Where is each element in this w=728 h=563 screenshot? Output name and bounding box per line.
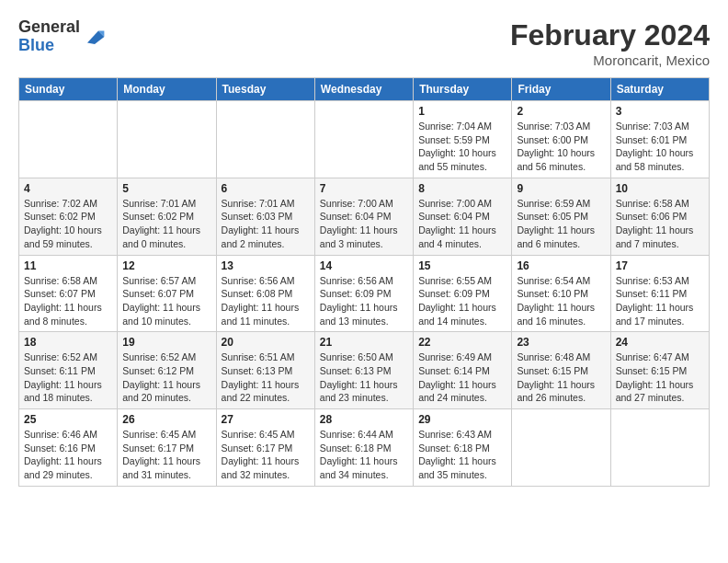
day-info: Sunrise: 6:46 AMSunset: 6:16 PMDaylight:… [24,428,112,482]
day-number: 29 [418,413,506,426]
day-cell: 4Sunrise: 7:02 AMSunset: 6:02 PMDaylight… [19,178,118,255]
day-info: Sunrise: 7:02 AMSunset: 6:02 PMDaylight:… [24,197,112,251]
day-cell: 19Sunrise: 6:52 AMSunset: 6:12 PMDayligh… [118,332,216,409]
day-info: Sunrise: 7:03 AMSunset: 6:00 PMDaylight:… [517,120,605,174]
day-info: Sunrise: 7:04 AMSunset: 5:59 PMDaylight:… [418,120,506,174]
day-cell: 25Sunrise: 6:46 AMSunset: 6:16 PMDayligh… [19,409,118,487]
day-info: Sunrise: 6:52 AMSunset: 6:11 PMDaylight:… [24,350,112,405]
col-sunday: Sunday [19,78,118,101]
day-info: Sunrise: 6:59 AMSunset: 6:05 PMDaylight:… [517,197,605,251]
day-number: 9 [517,182,605,195]
day-cell [314,101,413,178]
title-block: February 2024 Moroncarit, Mexico [510,18,710,68]
day-number: 26 [122,413,210,426]
day-info: Sunrise: 6:52 AMSunset: 6:12 PMDaylight:… [122,350,210,405]
day-cell: 22Sunrise: 6:49 AMSunset: 6:14 PMDayligh… [414,332,512,409]
col-monday: Monday [118,78,216,101]
day-number: 12 [122,259,210,272]
day-info: Sunrise: 6:48 AMSunset: 6:15 PMDaylight:… [517,350,605,405]
day-number: 22 [418,336,506,349]
day-cell: 8Sunrise: 7:00 AMSunset: 6:04 PMDaylight… [414,178,512,255]
day-cell: 14Sunrise: 6:56 AMSunset: 6:09 PMDayligh… [314,255,413,332]
day-number: 24 [616,336,704,349]
col-friday: Friday [512,78,610,101]
day-cell: 1Sunrise: 7:04 AMSunset: 5:59 PMDaylight… [414,101,512,178]
day-cell: 15Sunrise: 6:55 AMSunset: 6:09 PMDayligh… [414,255,512,332]
day-number: 3 [616,105,704,118]
day-cell: 3Sunrise: 7:03 AMSunset: 6:01 PMDaylight… [610,101,709,178]
page-header: General Blue February 2024 Moroncarit, M… [18,18,710,68]
day-info: Sunrise: 6:50 AMSunset: 6:13 PMDaylight:… [320,350,408,405]
day-number: 14 [320,259,408,272]
day-cell: 24Sunrise: 6:47 AMSunset: 6:15 PMDayligh… [610,332,709,409]
day-info: Sunrise: 6:54 AMSunset: 6:10 PMDaylight:… [517,274,605,328]
week-row-5: 25Sunrise: 6:46 AMSunset: 6:16 PMDayligh… [19,409,710,487]
week-row-2: 4Sunrise: 7:02 AMSunset: 6:02 PMDaylight… [19,178,710,255]
day-number: 7 [320,182,408,195]
day-number: 20 [222,336,310,349]
calendar-table: Sunday Monday Tuesday Wednesday Thursday… [18,77,710,487]
day-number: 27 [222,413,310,426]
day-info: Sunrise: 6:53 AMSunset: 6:11 PMDaylight:… [616,274,704,328]
day-cell: 12Sunrise: 6:57 AMSunset: 6:07 PMDayligh… [118,255,216,332]
day-number: 21 [320,336,408,349]
day-cell [19,101,118,178]
day-number: 8 [418,182,506,195]
month-year-title: February 2024 [510,18,710,52]
day-cell: 9Sunrise: 6:59 AMSunset: 6:05 PMDaylight… [512,178,610,255]
day-cell: 16Sunrise: 6:54 AMSunset: 6:10 PMDayligh… [512,255,610,332]
day-cell: 29Sunrise: 6:43 AMSunset: 6:18 PMDayligh… [414,409,512,487]
day-cell [610,409,709,487]
week-row-1: 1Sunrise: 7:04 AMSunset: 5:59 PMDaylight… [19,101,710,178]
day-cell: 2Sunrise: 7:03 AMSunset: 6:00 PMDaylight… [512,101,610,178]
day-number: 13 [222,259,310,272]
day-cell [512,409,610,487]
day-info: Sunrise: 7:00 AMSunset: 6:04 PMDaylight:… [320,197,408,251]
logo: General Blue [18,18,106,55]
day-number: 6 [222,182,310,195]
logo-blue: Blue [18,37,80,55]
col-thursday: Thursday [414,78,512,101]
week-row-4: 18Sunrise: 6:52 AMSunset: 6:11 PMDayligh… [19,332,710,409]
day-cell: 13Sunrise: 6:56 AMSunset: 6:08 PMDayligh… [216,255,314,332]
day-info: Sunrise: 6:47 AMSunset: 6:15 PMDaylight:… [616,350,704,405]
day-number: 16 [517,259,605,272]
week-row-3: 11Sunrise: 6:58 AMSunset: 6:07 PMDayligh… [19,255,710,332]
day-number: 5 [122,182,210,195]
day-info: Sunrise: 6:45 AMSunset: 6:17 PMDaylight:… [222,428,310,482]
day-number: 19 [122,336,210,349]
day-cell: 20Sunrise: 6:51 AMSunset: 6:13 PMDayligh… [216,332,314,409]
day-number: 15 [418,259,506,272]
day-number: 23 [517,336,605,349]
day-number: 4 [24,182,112,195]
day-cell: 21Sunrise: 6:50 AMSunset: 6:13 PMDayligh… [314,332,413,409]
day-number: 28 [320,413,408,426]
location-subtitle: Moroncarit, Mexico [510,52,710,68]
day-info: Sunrise: 7:01 AMSunset: 6:02 PMDaylight:… [122,197,210,251]
day-cell [118,101,216,178]
col-tuesday: Tuesday [216,78,314,101]
day-cell: 18Sunrise: 6:52 AMSunset: 6:11 PMDayligh… [19,332,118,409]
day-info: Sunrise: 7:03 AMSunset: 6:01 PMDaylight:… [616,120,704,174]
calendar-header: Sunday Monday Tuesday Wednesday Thursday… [19,78,710,101]
day-cell [216,101,314,178]
day-cell: 11Sunrise: 6:58 AMSunset: 6:07 PMDayligh… [19,255,118,332]
day-number: 17 [616,259,704,272]
day-info: Sunrise: 7:01 AMSunset: 6:03 PMDaylight:… [222,197,310,251]
day-cell: 28Sunrise: 6:44 AMSunset: 6:18 PMDayligh… [314,409,413,487]
day-info: Sunrise: 6:56 AMSunset: 6:09 PMDaylight:… [320,274,408,328]
day-info: Sunrise: 6:43 AMSunset: 6:18 PMDaylight:… [418,428,506,482]
day-cell: 23Sunrise: 6:48 AMSunset: 6:15 PMDayligh… [512,332,610,409]
day-cell: 27Sunrise: 6:45 AMSunset: 6:17 PMDayligh… [216,409,314,487]
calendar-body: 1Sunrise: 7:04 AMSunset: 5:59 PMDaylight… [19,101,710,487]
day-info: Sunrise: 6:58 AMSunset: 6:07 PMDaylight:… [24,274,112,328]
header-row: Sunday Monday Tuesday Wednesday Thursday… [19,78,710,101]
day-number: 1 [418,105,506,118]
logo-general: General [18,18,80,37]
day-number: 10 [616,182,704,195]
day-info: Sunrise: 6:55 AMSunset: 6:09 PMDaylight:… [418,274,506,328]
col-wednesday: Wednesday [314,78,413,101]
day-info: Sunrise: 6:49 AMSunset: 6:14 PMDaylight:… [418,350,506,405]
day-number: 2 [517,105,605,118]
day-cell: 7Sunrise: 7:00 AMSunset: 6:04 PMDaylight… [314,178,413,255]
